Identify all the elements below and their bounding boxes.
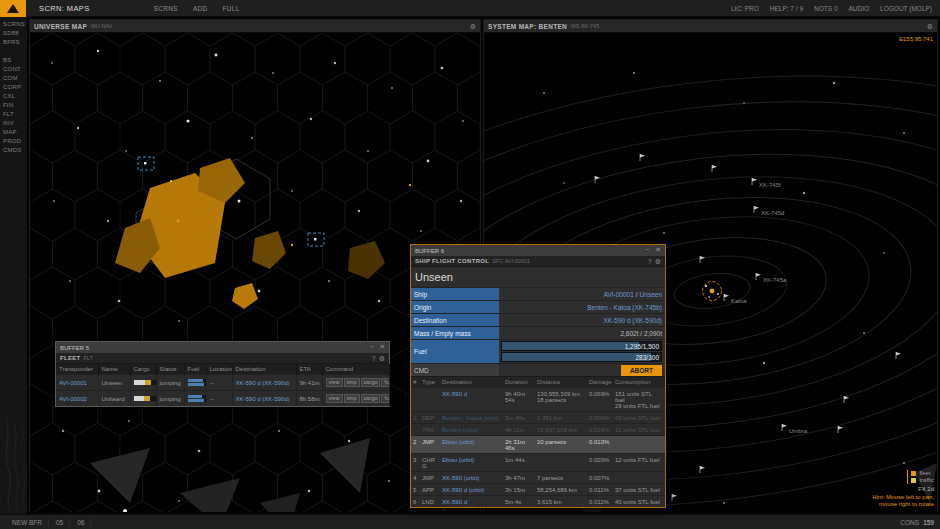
ship-name-cell: Unheard [98, 391, 130, 407]
fx-2d-button[interactable]: FX 2d [872, 486, 934, 492]
fuel-field-label: Fuel [411, 340, 499, 363]
gear-icon[interactable]: ⚙ [927, 23, 933, 30]
sidebar-item-bfrs[interactable]: BFRS [0, 37, 27, 46]
cargo-bar [134, 396, 156, 401]
fleet-panel-title: FLEET [60, 355, 81, 361]
buffer-tab-06[interactable]: 06 [71, 519, 91, 526]
add-button[interactable]: ADD [193, 5, 208, 12]
legend-traffic-label: traffic [919, 477, 934, 483]
sidebar-item-prod[interactable]: PROD [0, 136, 27, 145]
minimize-icon[interactable]: − [370, 344, 374, 351]
screens-button[interactable]: SCRNS [154, 5, 178, 12]
segment-destination-link[interactable]: XK-590 (orbit) [442, 475, 479, 481]
coordinate-readout: E155.95.741 [899, 36, 933, 42]
legend-traffic-row: traffic [911, 477, 934, 483]
sidebar-item-cont[interactable]: CONT [0, 64, 27, 73]
flight-segment-row[interactable]: 6 LND XK-590 d 5m 4s 3,615 km 0.011% 40 … [411, 496, 665, 508]
flight-segment-row-completed[interactable]: TRA Benten (orbit) 4h 11m 72,697,008 km … [411, 424, 665, 436]
segment-destination-link[interactable]: Benten (orbit) [442, 427, 478, 433]
planet-label-xk745f: XK-745f [759, 182, 781, 188]
sidebar-item-fin[interactable]: FIN [0, 100, 27, 109]
minimize-icon[interactable]: − [646, 247, 650, 254]
audio-toggle[interactable]: AUDIO [849, 5, 870, 12]
buffer6-titlebar[interactable]: BUFFER 6 − ✕ [411, 245, 665, 256]
fleet-table-header-row: Transponder Name Cargo Status Fuel Locat… [56, 364, 389, 375]
sidebar-item-map[interactable]: MAP [0, 127, 27, 136]
ship-value-separator: / [636, 291, 638, 298]
destination-link[interactable]: XK-590 d (XK-590d) [603, 317, 662, 324]
segment-destination-link[interactable]: XK-590 d [442, 499, 467, 505]
gear-icon[interactable]: ⚙ [379, 355, 385, 362]
universe-map-tag: MU NAV [91, 23, 112, 29]
buffer5-titlebar[interactable]: BUFFER 5 − ✕ [56, 342, 389, 353]
destination-link[interactable]: XK-590 d (XK-590d) [236, 396, 290, 402]
abort-button[interactable]: ABORT [621, 365, 662, 376]
sidebar-item-corp[interactable]: CORP [0, 82, 27, 91]
map-legend: fleet traffic FX 2d Hint: Mouse left to … [872, 470, 934, 508]
fleet-row-avi-00002: AVI-00002 Unheard jumping -- XK-590 d (X… [56, 391, 389, 407]
fuel-button[interactable]: fuel [381, 378, 389, 387]
sidebar-item-bs[interactable]: BS [0, 55, 27, 64]
fuel-bars [188, 379, 203, 386]
flight-segment-row-completed[interactable]: 1 DEP Benten - Katoa (orbit) 3m 46s 1,39… [411, 412, 665, 424]
help-icon[interactable]: ? [372, 355, 376, 362]
close-icon[interactable]: ✕ [380, 344, 385, 351]
screen-label: SCRN: MAPS [39, 4, 90, 13]
transponder-link[interactable]: AVI-00001 [59, 380, 87, 386]
map-hint: Hint: Mouse left to pan, mouse right to … [872, 494, 934, 508]
system-map-title: SYSTEM MAP: BENTEN [488, 23, 567, 30]
app-logo[interactable] [0, 0, 26, 17]
cargo-button[interactable]: cargo [361, 394, 381, 403]
ship-transponder-link[interactable]: AVI-00001 [604, 291, 634, 298]
transponder-link[interactable]: AVI-00002 [59, 396, 87, 402]
notifications-menu[interactable]: NOTS 0 [814, 5, 837, 12]
sidebar-item-sd88[interactable]: SD88 [0, 28, 27, 37]
ship-name-link[interactable]: Unseen [640, 291, 662, 298]
help-menu[interactable]: HELP: 7 / 9 [770, 5, 803, 12]
segment-destination-link[interactable]: Benten - Katoa (orbit) [442, 415, 499, 421]
segment-destination-link[interactable]: Ebisu (orbit) [442, 439, 474, 445]
logo-icon [0, 0, 26, 17]
close-icon[interactable]: ✕ [656, 247, 661, 254]
fuel-button[interactable]: fuel [381, 394, 389, 403]
sfc-panel-title: SHIP FLIGHT CONTROL [415, 258, 489, 264]
view-button[interactable]: view [326, 394, 343, 403]
help-icon[interactable]: ? [648, 258, 652, 265]
flight-segment-row[interactable]: 3 CHRG Ebisu (orbit) 1m 44s 0.003% 12 un… [411, 454, 665, 472]
eta-cell: 8h 58m [296, 391, 322, 407]
gear-icon[interactable]: ⚙ [655, 258, 661, 265]
universe-map-header: UNIVERSE MAP MU NAV ⚙ [30, 20, 480, 33]
flight-summary-row[interactable]: XK-590 d 9h 40m 54s 130,955,309 km 18 pa… [411, 388, 665, 412]
segment-destination-link[interactable]: XK-590 d [442, 391, 467, 397]
ship-button[interactable]: ship [344, 394, 360, 403]
view-button[interactable]: view [326, 378, 343, 387]
fuel-field-row: Fuel 1,295/1,500 283/300 [411, 339, 665, 363]
sidebar-item-cxl[interactable]: CXL [0, 91, 27, 100]
ship-button[interactable]: ship [344, 378, 360, 387]
fleet-chip-icon [911, 471, 916, 476]
full-button[interactable]: FULL [223, 5, 240, 12]
flight-segment-row-current[interactable]: 2 JMP Ebisu (orbit) 2h 31m 46s 10 parsec… [411, 436, 665, 454]
buffer-tab-05[interactable]: 05 [50, 519, 70, 526]
legend-fleet-row: fleet [911, 470, 934, 476]
flight-segment-row[interactable]: 5 APP XK-590 d (orbit) 3h 15m 58,254,686… [411, 484, 665, 496]
gear-icon[interactable]: ⚙ [470, 23, 476, 30]
cargo-button[interactable]: cargo [361, 378, 381, 387]
sidebar-item-flt[interactable]: FLT [0, 109, 27, 118]
segment-destination-link[interactable]: Ebisu (orbit) [442, 457, 474, 463]
segment-destination-link[interactable]: XK-590 d (orbit) [442, 487, 484, 493]
flight-segment-row[interactable]: 4 JMP XK-590 (orbit) 3h 47m 7 parsecs 0.… [411, 472, 665, 484]
planet-label-xk745a: XK-745a [763, 277, 787, 283]
buffer6-title: BUFFER 6 [415, 248, 444, 254]
sidebar-item-com[interactable]: COM [0, 73, 27, 82]
sidebar-item-scrns[interactable]: SCRNS [0, 19, 27, 28]
traffic-chip-icon [911, 478, 916, 483]
fuel-bars [188, 395, 203, 402]
new-buffer-button[interactable]: NEW BFR [6, 519, 49, 526]
sidebar-item-cmds[interactable]: CMDS [0, 145, 27, 154]
origin-link[interactable]: Benten - Katoa (XK-745b) [587, 304, 662, 311]
logout-button[interactable]: LOGOUT (MOLP) [880, 5, 932, 12]
destination-link[interactable]: XK-590 d (XK-590d) [236, 380, 290, 386]
sidebar-item-inv[interactable]: INV [0, 118, 27, 127]
planet-label-katoa: Katoa [731, 298, 747, 304]
